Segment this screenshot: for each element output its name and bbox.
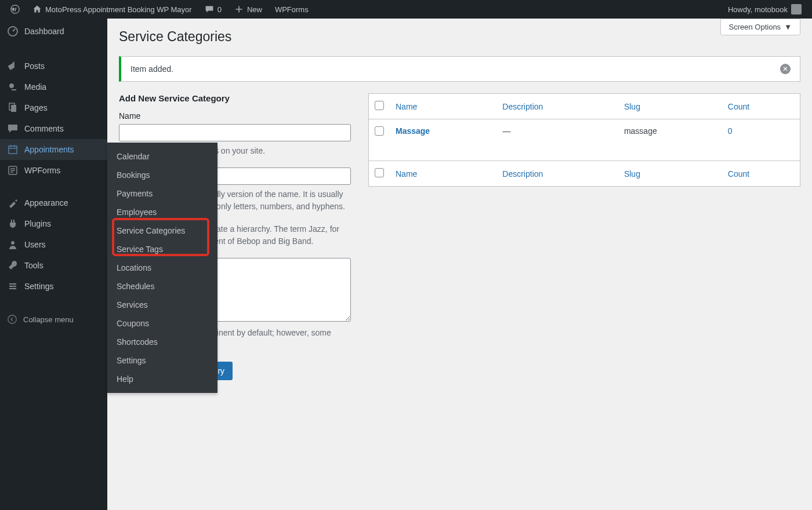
row-name-link[interactable]: Massage xyxy=(396,126,430,136)
name-input[interactable] xyxy=(119,124,351,141)
appointments-submenu: Calendar Bookings Payments Employees Ser… xyxy=(107,143,217,393)
caret-down-icon: ▼ xyxy=(784,23,792,31)
select-all-checkbox[interactable] xyxy=(375,101,384,110)
wpforms-toolbar-link[interactable]: WPForms xyxy=(270,5,313,14)
sidebar-item-comments[interactable]: Comments xyxy=(0,118,107,139)
sidebar-item-settings[interactable]: Settings xyxy=(0,276,107,297)
sidebar-item-appearance[interactable]: Appearance xyxy=(0,192,107,213)
col-name[interactable]: Name xyxy=(390,94,496,119)
svg-point-7 xyxy=(14,283,16,285)
row-description: — xyxy=(496,119,618,161)
sidebar-item-pages[interactable]: Pages xyxy=(0,97,107,118)
new-label: New xyxy=(247,5,262,14)
form-heading: Add New Service Category xyxy=(119,93,351,103)
sidebar-item-media[interactable]: Media xyxy=(0,76,107,97)
screen-options-toggle[interactable]: Screen Options▼ xyxy=(720,19,800,35)
submenu-item-payments[interactable]: Payments xyxy=(107,184,217,203)
categories-table: Name Description Slug Count Massage — ma… xyxy=(368,93,800,187)
svg-point-10 xyxy=(8,315,16,323)
account-link[interactable]: Howdy, motobook xyxy=(723,4,806,14)
submenu-item-employees[interactable]: Employees xyxy=(107,203,217,221)
svg-point-8 xyxy=(10,286,12,287)
row-count-link[interactable]: 0 xyxy=(728,126,733,136)
table-row: Massage — massage 0 xyxy=(369,119,800,161)
sidebar-item-appointments[interactable]: Appointments xyxy=(0,139,107,160)
submenu-item-help[interactable]: Help xyxy=(107,370,217,388)
avatar xyxy=(791,4,802,14)
collapse-menu-button[interactable]: Collapse menu xyxy=(0,308,107,330)
svg-point-6 xyxy=(11,241,14,245)
submenu-item-schedules[interactable]: Schedules xyxy=(107,277,217,296)
notice-text: Item added. xyxy=(130,64,173,74)
col-slug[interactable]: Slug xyxy=(618,94,722,119)
col-name-footer[interactable]: Name xyxy=(390,161,496,187)
sidebar-item-tools[interactable]: Tools xyxy=(0,255,107,276)
success-notice: Item added. ✕ xyxy=(119,56,800,82)
row-checkbox[interactable] xyxy=(375,126,384,136)
submenu-item-shortcodes[interactable]: Shortcodes xyxy=(107,333,217,351)
sidebar-item-plugins[interactable]: Plugins xyxy=(0,213,107,234)
col-description-footer[interactable]: Description xyxy=(496,161,618,187)
submenu-item-coupons[interactable]: Coupons xyxy=(107,314,217,333)
sidebar-item-posts[interactable]: Posts xyxy=(0,56,107,76)
col-slug-footer[interactable]: Slug xyxy=(618,161,722,187)
submenu-item-calendar[interactable]: Calendar xyxy=(107,147,217,166)
page-title: Service Categories xyxy=(119,19,800,50)
col-description[interactable]: Description xyxy=(496,94,618,119)
admin-sidebar: Dashboard Posts Media Pages Comments App… xyxy=(0,19,107,403)
submenu-item-locations[interactable]: Locations xyxy=(107,258,217,277)
svg-rect-4 xyxy=(9,146,17,154)
name-label: Name xyxy=(119,111,351,121)
comments-link[interactable]: 0 xyxy=(200,5,226,14)
submenu-item-settings[interactable]: Settings xyxy=(107,351,217,370)
sidebar-item-dashboard[interactable]: Dashboard xyxy=(0,19,107,44)
wp-logo[interactable] xyxy=(6,5,24,14)
select-all-checkbox-footer[interactable] xyxy=(375,168,384,177)
submenu-item-service-categories[interactable]: Service Categories xyxy=(107,221,217,240)
admin-toolbar: MotoPress Appointment Booking WP Mayor 0… xyxy=(0,0,812,19)
comments-count: 0 xyxy=(217,5,222,14)
new-content-link[interactable]: New xyxy=(230,5,267,14)
submenu-item-services[interactable]: Services xyxy=(107,296,217,314)
greeting: Howdy, motobook xyxy=(728,5,788,14)
submenu-item-bookings[interactable]: Bookings xyxy=(107,166,217,184)
svg-rect-3 xyxy=(11,105,16,112)
sidebar-item-wpforms[interactable]: WPForms xyxy=(0,160,107,181)
dismiss-notice-button[interactable]: ✕ xyxy=(780,64,791,74)
site-home-link[interactable]: MotoPress Appointment Booking WP Mayor xyxy=(28,5,197,14)
col-count[interactable]: Count xyxy=(722,94,800,119)
submenu-item-service-tags[interactable]: Service Tags xyxy=(107,240,217,258)
row-slug: massage xyxy=(618,119,722,161)
sidebar-item-users[interactable]: Users xyxy=(0,234,107,255)
col-count-footer[interactable]: Count xyxy=(722,161,800,187)
svg-point-9 xyxy=(14,288,16,290)
site-name: MotoPress Appointment Booking WP Mayor xyxy=(45,5,192,14)
